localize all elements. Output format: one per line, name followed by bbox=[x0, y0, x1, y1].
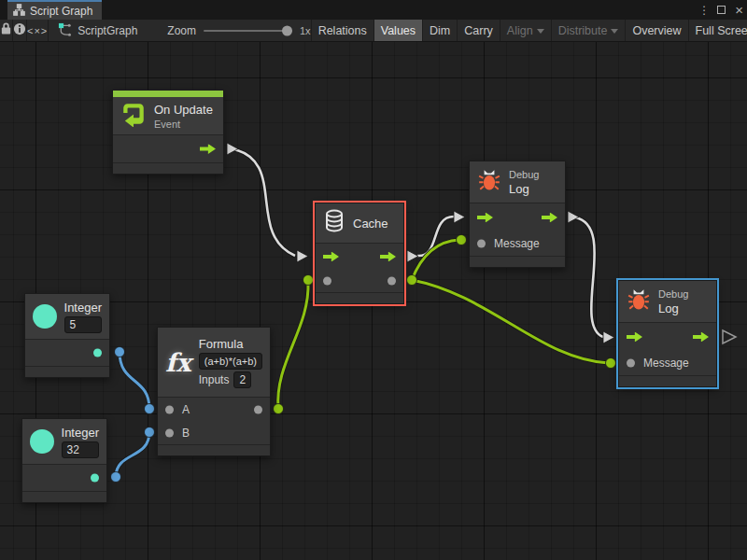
node-title: Integer bbox=[64, 301, 102, 315]
dropdown-arrow-icon bbox=[611, 29, 618, 34]
formula-fx-icon: fx bbox=[165, 350, 191, 375]
flow-output-port[interactable] bbox=[542, 213, 557, 223]
code-icon: <×> bbox=[27, 25, 48, 36]
node-title: Integer bbox=[62, 426, 99, 440]
tab-title: Script Graph bbox=[30, 5, 92, 18]
inputs-count-field[interactable]: 2 bbox=[233, 371, 251, 388]
node-integer-1[interactable]: Integer 5 bbox=[24, 293, 110, 378]
message-input-port[interactable] bbox=[627, 359, 635, 368]
loop-event-icon bbox=[120, 101, 147, 131]
node-header[interactable]: On Update Event bbox=[113, 97, 223, 134]
zoom-slider[interactable] bbox=[204, 30, 292, 32]
node-title: On Update bbox=[154, 103, 213, 117]
script-graph-icon bbox=[58, 22, 72, 39]
flow-input-port[interactable] bbox=[477, 213, 493, 223]
button-label: Full Screen bbox=[696, 24, 747, 37]
inputs-label: Inputs bbox=[199, 373, 230, 386]
node-footer bbox=[470, 257, 565, 267]
node-footer bbox=[158, 445, 270, 455]
node-header[interactable]: Debug Log bbox=[619, 281, 716, 322]
toolbar-right-group: Relations Values Dim Carry Align Distrib… bbox=[311, 20, 747, 41]
event-accent-bar bbox=[113, 91, 223, 97]
toolbar-button-align[interactable]: Align bbox=[500, 20, 552, 41]
node-footer bbox=[113, 163, 223, 174]
port-label: A bbox=[182, 403, 190, 416]
zoom-slider-handle[interactable] bbox=[282, 25, 292, 35]
node-footer bbox=[316, 293, 403, 303]
bug-icon bbox=[627, 287, 651, 315]
value-output-port[interactable] bbox=[388, 277, 396, 286]
port-label: B bbox=[182, 427, 190, 440]
message-input-port[interactable] bbox=[477, 240, 486, 248]
button-label: Carry bbox=[464, 24, 493, 37]
port-label: Message bbox=[494, 237, 540, 250]
integer-value-field[interactable]: 32 bbox=[62, 441, 99, 458]
node-title: Log bbox=[658, 301, 688, 315]
formula-output-port[interactable] bbox=[254, 406, 262, 414]
toolbar-button-distribute[interactable]: Distribute bbox=[552, 20, 627, 41]
window-close-icon[interactable]: × bbox=[735, 6, 743, 14]
node-footer bbox=[22, 492, 106, 502]
node-debug-log-1[interactable]: Debug Log Message bbox=[469, 161, 566, 268]
node-on-update[interactable]: On Update Event bbox=[112, 90, 224, 175]
button-label: Distribute bbox=[558, 24, 608, 37]
button-label: Dim bbox=[430, 24, 450, 37]
toolbar-button-carry[interactable]: Carry bbox=[458, 20, 500, 41]
toolbar-button-dim[interactable]: Dim bbox=[423, 20, 458, 41]
code-preview-button[interactable]: <×> bbox=[27, 20, 49, 41]
tab-bar: Script Graph ⋮ × bbox=[0, 0, 747, 20]
integer-output-port[interactable] bbox=[93, 349, 102, 357]
lock-icon bbox=[0, 21, 12, 39]
node-footer bbox=[25, 367, 109, 377]
integer-type-icon bbox=[30, 429, 54, 454]
dropdown-arrow-icon bbox=[537, 29, 544, 34]
node-subtitle: Event bbox=[154, 119, 213, 130]
toolbar-button-fullscreen[interactable]: Full Screen bbox=[689, 20, 747, 41]
node-title: Log bbox=[509, 182, 539, 196]
toolbar-button-relations[interactable]: Relations bbox=[312, 20, 374, 41]
button-label: Overview bbox=[632, 24, 681, 37]
zoom-value: 1x bbox=[300, 25, 311, 36]
formula-expression-field[interactable]: (a+b)*(a+b) bbox=[199, 353, 262, 370]
node-header[interactable]: Integer 5 bbox=[25, 294, 109, 339]
flow-input-port[interactable] bbox=[627, 332, 642, 343]
node-header[interactable]: fx Formula (a+b)*(a+b) Inputs 2 bbox=[158, 328, 270, 397]
node-header[interactable]: Cache bbox=[316, 203, 403, 243]
info-button[interactable] bbox=[13, 20, 27, 41]
flow-output-port[interactable] bbox=[200, 144, 216, 154]
node-cache[interactable]: Cache bbox=[315, 203, 404, 304]
value-input-port[interactable] bbox=[323, 277, 331, 286]
input-port-b[interactable] bbox=[165, 429, 174, 438]
button-label: Align bbox=[507, 24, 533, 37]
node-formula[interactable]: fx Formula (a+b)*(a+b) Inputs 2 A B bbox=[157, 327, 271, 456]
integer-value-field[interactable]: 5 bbox=[64, 316, 102, 333]
node-footer bbox=[619, 376, 716, 386]
input-port-a[interactable] bbox=[165, 406, 174, 414]
node-title: Cache bbox=[353, 217, 388, 231]
info-icon bbox=[13, 22, 26, 39]
zoom-control: Zoom 1x bbox=[147, 20, 310, 41]
node-header[interactable]: Debug Log bbox=[470, 161, 565, 203]
window-maximize-icon[interactable] bbox=[717, 6, 726, 14]
integer-output-port[interactable] bbox=[91, 474, 99, 483]
flow-output-port[interactable] bbox=[380, 252, 396, 262]
button-label: Relations bbox=[318, 24, 367, 37]
graph-toolbar: <×> ScriptGraph Zoom 1x Relations Values bbox=[0, 20, 747, 42]
node-category: Debug bbox=[509, 169, 539, 180]
graph-identifier[interactable]: ScriptGraph bbox=[49, 20, 147, 41]
integer-type-icon bbox=[33, 304, 57, 329]
node-category: Debug bbox=[658, 288, 688, 300]
node-debug-log-2[interactable]: Debug Log Message bbox=[618, 280, 717, 387]
toolbar-button-values[interactable]: Values bbox=[374, 20, 423, 41]
window-menu-icon[interactable]: ⋮ bbox=[698, 4, 708, 17]
flow-input-port[interactable] bbox=[323, 252, 339, 262]
tab-script-graph[interactable]: Script Graph bbox=[7, 0, 102, 20]
zoom-label: Zoom bbox=[167, 24, 196, 37]
toolbar-button-overview[interactable]: Overview bbox=[626, 20, 688, 41]
lock-button[interactable] bbox=[0, 20, 13, 41]
bug-icon bbox=[477, 168, 501, 196]
node-header[interactable]: Integer 32 bbox=[22, 419, 106, 464]
flow-output-port[interactable] bbox=[693, 332, 709, 343]
unity-script-graph-window: On Update Event Cache bbox=[0, 0, 747, 560]
node-integer-2[interactable]: Integer 32 bbox=[21, 418, 107, 503]
